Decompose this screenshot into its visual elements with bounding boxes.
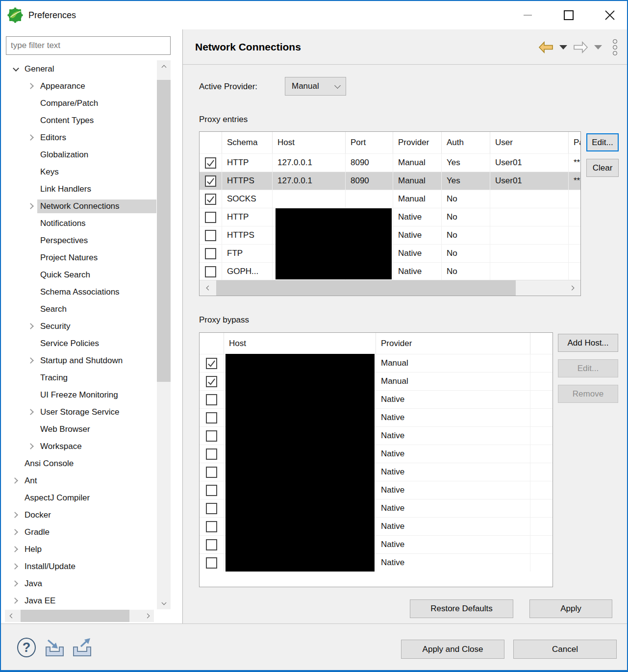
forward-icon[interactable] <box>573 41 588 53</box>
chevron-collapsed-icon[interactable] <box>10 478 22 483</box>
scroll-down-icon[interactable] <box>158 597 170 609</box>
tree-item-keys[interactable]: Keys <box>6 163 156 180</box>
tree-item-perspectives[interactable]: Perspectives <box>6 232 156 249</box>
restore-defaults-button[interactable]: Restore Defaults <box>410 599 513 618</box>
chevron-collapsed-icon[interactable] <box>10 598 22 603</box>
apply-and-close-button[interactable]: Apply and Close <box>401 640 504 659</box>
proxy-entry-checkbox[interactable] <box>205 266 216 277</box>
proxy-bypass-checkbox[interactable] <box>206 521 217 532</box>
tree-item-content-types[interactable]: Content Types <box>6 112 156 129</box>
chevron-collapsed-icon[interactable] <box>25 135 37 140</box>
tree-item-help[interactable]: Help <box>6 541 156 558</box>
proxy-bypass-checkbox[interactable] <box>206 539 217 550</box>
chevron-collapsed-icon[interactable] <box>25 358 37 363</box>
back-icon[interactable] <box>538 41 553 53</box>
tree-item-docker[interactable]: Docker <box>6 506 156 523</box>
proxy-entry-checkbox[interactable] <box>205 175 216 187</box>
proxy-bypass-checkbox[interactable] <box>206 448 217 460</box>
tree-item-globalization[interactable]: Globalization <box>6 146 156 163</box>
tree-item-notifications[interactable]: Notifications <box>6 215 156 232</box>
apply-button[interactable]: Apply <box>529 599 612 618</box>
tree-item-startup-and-shutdown[interactable]: Startup and Shutdown <box>6 352 156 369</box>
tree-item-ant[interactable]: Ant <box>6 472 156 489</box>
proxy-bypass-checkbox[interactable] <box>206 412 217 423</box>
chevron-collapsed-icon[interactable] <box>10 530 22 534</box>
tree-item-gradle[interactable]: Gradle <box>6 523 156 541</box>
proxy-bypass-checkbox[interactable] <box>206 376 217 387</box>
proxy-entry-checkbox[interactable] <box>205 157 216 169</box>
chevron-collapsed-icon[interactable] <box>25 84 37 88</box>
tree-item-appearance[interactable]: Appearance <box>6 77 156 95</box>
tree-item-web-browser[interactable]: Web Browser <box>6 421 156 438</box>
tree-item-install-update[interactable]: Install/Update <box>6 558 156 575</box>
edit-entry-button[interactable]: Edit... <box>586 133 619 151</box>
proxy-bypass-checkbox[interactable] <box>206 467 217 478</box>
proxy-bypass-checkbox[interactable] <box>206 430 217 442</box>
proxy-entry-checkbox[interactable] <box>205 230 216 241</box>
filter-input[interactable] <box>6 36 171 55</box>
help-icon[interactable]: ? <box>17 638 36 657</box>
remove-bypass-button[interactable]: Remove <box>558 385 618 403</box>
tree-item-user-storage-service[interactable]: User Storage Service <box>6 403 156 421</box>
chevron-collapsed-icon[interactable] <box>10 513 22 517</box>
tree-item-link-handlers[interactable]: Link Handlers <box>6 180 156 198</box>
tree-item-ansi-console[interactable]: Ansi Console <box>6 455 156 472</box>
proxy-entry-row[interactable]: SOCKS Manual No <box>200 190 580 208</box>
proxy-bypass-checkbox[interactable] <box>206 358 217 369</box>
scroll-right-icon[interactable] <box>142 610 154 622</box>
sidebar-vertical-scrollbar[interactable] <box>157 60 171 609</box>
tree-item-compare-patch[interactable]: Compare/Patch <box>6 95 156 112</box>
maximize-icon[interactable] <box>562 9 575 22</box>
scroll-left-icon[interactable] <box>201 282 213 294</box>
chevron-collapsed-icon[interactable] <box>10 564 22 569</box>
cancel-button[interactable]: Cancel <box>513 640 617 659</box>
proxy-entry-row[interactable]: HTTP 127.0.0.1 8090 Manual Yes User01 ** <box>200 153 580 172</box>
active-provider-select[interactable]: Manual <box>285 77 346 96</box>
chevron-collapsed-icon[interactable] <box>10 581 22 586</box>
tree-item-service-policies[interactable]: Service Policies <box>6 335 156 352</box>
close-icon[interactable] <box>603 9 616 22</box>
tree-item-general[interactable]: General <box>6 60 156 77</box>
tree-item-security[interactable]: Security <box>6 318 156 335</box>
chevron-collapsed-icon[interactable] <box>10 547 22 551</box>
proxy-entry-checkbox[interactable] <box>205 194 216 205</box>
import-preferences-icon[interactable] <box>43 638 67 658</box>
proxy-bypass-checkbox[interactable] <box>206 557 217 569</box>
sidebar-horizontal-scrollbar[interactable] <box>5 610 154 622</box>
tree-item-project-natures[interactable]: Project Natures <box>6 249 156 266</box>
proxy-entry-checkbox[interactable] <box>205 212 216 223</box>
chevron-collapsed-icon[interactable] <box>25 204 37 208</box>
tree-item-network-connections[interactable]: Network Connections <box>6 198 156 215</box>
entries-horizontal-scrollbar[interactable] <box>200 280 580 296</box>
sidebar-hscroll-thumb[interactable] <box>21 610 129 622</box>
tree-item-java[interactable]: Java <box>6 575 156 592</box>
proxy-entry-row[interactable]: HTTPS 127.0.0.1 8090 Manual Yes User01 *… <box>200 172 580 190</box>
proxy-bypass-checkbox[interactable] <box>206 394 217 405</box>
tree-item-editors[interactable]: Editors <box>6 129 156 146</box>
sidebar-vscroll-thumb[interactable] <box>157 80 171 382</box>
tree-item-quick-search[interactable]: Quick Search <box>6 266 156 283</box>
proxy-bypass-checkbox[interactable] <box>206 503 217 514</box>
view-menu-icon[interactable] <box>613 39 617 55</box>
edit-bypass-button[interactable]: Edit... <box>558 359 618 377</box>
scroll-right-icon[interactable] <box>567 282 578 294</box>
tree-item-search[interactable]: Search <box>6 300 156 318</box>
chevron-collapsed-icon[interactable] <box>25 324 37 328</box>
tree-item-ui-freeze-monitoring[interactable]: UI Freeze Monitoring <box>6 386 156 403</box>
minimize-icon[interactable] <box>521 9 534 22</box>
entries-hscroll-thumb[interactable] <box>216 280 516 296</box>
scroll-left-icon[interactable] <box>5 610 17 622</box>
forward-dropdown-icon[interactable] <box>594 45 602 50</box>
tree-item-schema-associations[interactable]: Schema Associations <box>6 283 156 300</box>
add-host-button[interactable]: Add Host... <box>558 334 618 352</box>
scroll-up-icon[interactable] <box>158 60 170 72</box>
clear-entry-button[interactable]: Clear <box>586 159 619 177</box>
tree-item-java-ee[interactable]: Java EE <box>6 592 156 609</box>
chevron-expanded-icon[interactable] <box>10 66 22 72</box>
chevron-collapsed-icon[interactable] <box>25 410 37 414</box>
tree-item-tracing[interactable]: Tracing <box>6 369 156 386</box>
chevron-collapsed-icon[interactable] <box>25 444 37 448</box>
proxy-entry-checkbox[interactable] <box>205 248 216 259</box>
back-dropdown-icon[interactable] <box>559 45 567 50</box>
tree-item-aspectj-compiler[interactable]: AspectJ Compiler <box>6 489 156 506</box>
